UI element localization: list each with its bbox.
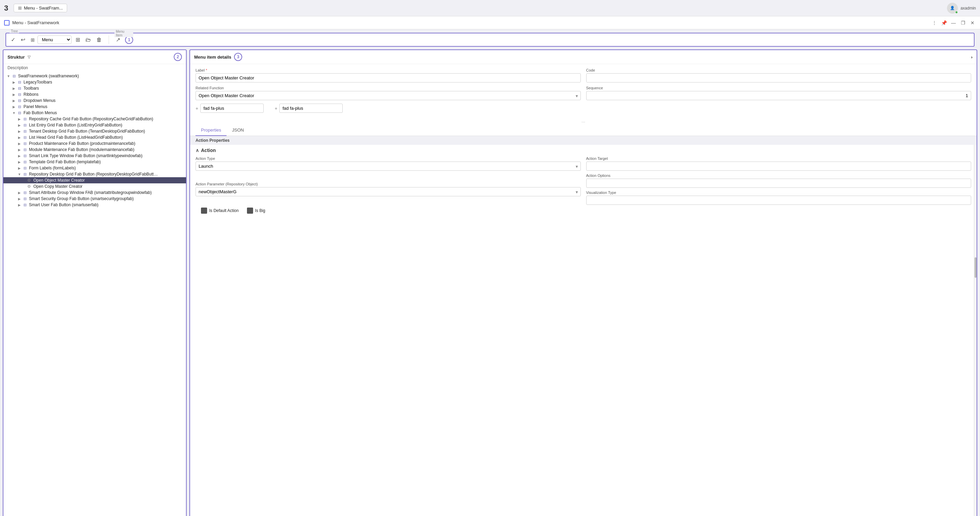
list-item[interactable]: ▶ ⊟ List Head Grid Fab Button (ListHeadG… bbox=[3, 134, 186, 140]
action-param-select[interactable]: newObjectMasterG bbox=[196, 187, 581, 196]
user-avatar[interactable]: 👤 bbox=[947, 3, 958, 14]
form-area: Label Code Related Function Open Object … bbox=[190, 64, 977, 117]
label-input[interactable] bbox=[196, 73, 581, 83]
list-item[interactable]: ▼ ⊟ SwatFramework (swatframework) bbox=[3, 73, 186, 79]
menu-item-section: Menu Item ↗ 1 bbox=[112, 36, 133, 44]
expand-icon bbox=[22, 184, 27, 189]
related-function-select[interactable]: Open Object Master Creator bbox=[196, 91, 581, 100]
is-big-checkbox[interactable] bbox=[247, 207, 253, 214]
is-big-label: Is Big bbox=[255, 208, 265, 213]
collapse-icon[interactable]: ∧ bbox=[196, 148, 199, 153]
active-tab[interactable]: ⊞ Menu - SwatFram... bbox=[14, 4, 67, 12]
expand-icon[interactable]: ▶ bbox=[17, 159, 22, 164]
tabs-bar: Properties JSON bbox=[190, 125, 977, 136]
window-title: Menu - SwatFramework bbox=[12, 20, 59, 25]
toolbar: Tree ✓ ↩ ⊞ Menu ⊞ 🗁 🗑 Menu Item ↗ 1 bbox=[5, 33, 975, 47]
icon-input-2[interactable] bbox=[279, 104, 343, 113]
folder-button[interactable]: 🗁 bbox=[84, 36, 92, 44]
list-item[interactable]: ▶ ⊟ List Entry Grid Fab Button (ListEntr… bbox=[3, 122, 186, 128]
minimize-btn[interactable]: — bbox=[950, 19, 957, 26]
list-item[interactable]: ▶ ⊟ Product Maintenance Fab Button (prod… bbox=[3, 140, 186, 147]
right-panel-expand[interactable]: › bbox=[971, 54, 972, 60]
delete-button[interactable]: 🗑 bbox=[95, 36, 103, 44]
action-type-select[interactable]: Launch bbox=[196, 162, 581, 171]
expand-icon[interactable]: ▶ bbox=[17, 129, 22, 134]
list-item[interactable]: ▶ ⊟ Repository Cache Grid Fab Button (Re… bbox=[3, 116, 186, 122]
expand-icon[interactable]: ▶ bbox=[17, 135, 22, 140]
expand-icon[interactable]: ▶ bbox=[17, 190, 22, 195]
tree-node-icon: ⊟ bbox=[22, 147, 28, 152]
list-item[interactable]: ▶ ⊟ LegacyToolbars bbox=[3, 79, 186, 85]
filter-icon[interactable]: ▽ bbox=[28, 55, 30, 59]
list-item[interactable]: ▶ ⊟ Ribbons bbox=[3, 91, 186, 97]
restore-btn[interactable]: ❐ bbox=[959, 19, 966, 26]
label-field-label: Label bbox=[196, 68, 581, 72]
expand-icon[interactable]: ▶ bbox=[11, 98, 16, 103]
tree-node-icon: ⊟ bbox=[22, 190, 28, 195]
action-param-label: Action Parameter (Repository Object) bbox=[196, 182, 581, 186]
is-default-action-item[interactable]: Is Default Action bbox=[201, 207, 239, 214]
expand-icon[interactable]: ▶ bbox=[11, 86, 16, 91]
icon-field-2: + bbox=[275, 104, 343, 113]
expand-icon[interactable]: ▶ bbox=[17, 153, 22, 158]
code-input[interactable] bbox=[586, 73, 972, 83]
list-item[interactable]: ⚙ Open Copy Master Creator bbox=[3, 183, 186, 190]
tree-node-icon: ⊟ bbox=[22, 172, 28, 177]
action-target-input[interactable] bbox=[586, 162, 972, 171]
action-options-group: Action Options bbox=[586, 174, 972, 188]
tab-json[interactable]: JSON bbox=[226, 125, 249, 136]
expand-icon[interactable]: ▶ bbox=[11, 104, 16, 109]
expand-icon[interactable]: ▼ bbox=[11, 110, 16, 115]
expand-icon[interactable]: ▼ bbox=[17, 172, 22, 177]
visualization-type-label: Visualization Type bbox=[586, 191, 972, 194]
sequence-input[interactable] bbox=[586, 91, 972, 100]
list-item[interactable]: ▶ ⊟ Tenant Desktop Grid Fab Button (Tena… bbox=[3, 128, 186, 134]
expand-icon[interactable]: ▶ bbox=[17, 202, 22, 207]
add-button[interactable]: ⊞ bbox=[74, 36, 81, 44]
is-big-item[interactable]: Is Big bbox=[247, 207, 265, 214]
expand-icon[interactable]: ▶ bbox=[17, 141, 22, 146]
menu-select[interactable]: Menu bbox=[37, 35, 72, 44]
list-item[interactable]: ▶ ⊟ Panel Menus bbox=[3, 104, 186, 110]
tree-node-icon: ⊟ bbox=[22, 153, 28, 158]
confirm-button[interactable]: ✓ bbox=[10, 36, 17, 44]
visualization-type-input[interactable] bbox=[586, 196, 972, 205]
list-item[interactable]: ▶ ⊟ Smart Attribute Group Window FAB (sm… bbox=[3, 190, 186, 196]
action-options-input[interactable] bbox=[586, 178, 972, 188]
list-item[interactable]: ▼ ⊟ Fab Button Menus bbox=[3, 110, 186, 116]
expand-icon[interactable]: ▶ bbox=[17, 166, 22, 170]
expand-icon[interactable]: ▶ bbox=[17, 147, 22, 152]
list-item-active[interactable]: ⚙ Open Object Master Creator bbox=[3, 177, 186, 183]
app-logo: 3 bbox=[4, 4, 8, 13]
list-item[interactable]: ▶ ⊟ Smart Link Type Window Fab Button (s… bbox=[3, 153, 186, 159]
expand-icon[interactable]: ▶ bbox=[11, 92, 16, 97]
is-default-action-checkbox[interactable] bbox=[201, 207, 207, 214]
expand-icon[interactable]: ▼ bbox=[6, 73, 11, 78]
expand-icon[interactable]: ▶ bbox=[17, 123, 22, 127]
menu-btn[interactable]: ⋮ bbox=[931, 19, 938, 26]
list-item[interactable]: ▶ ⊟ Smart User Fab Button (smartuserfab) bbox=[3, 202, 186, 208]
list-item[interactable]: ▶ ⊟ Smart Security Group Fab Button (sma… bbox=[3, 196, 186, 202]
expand-icon[interactable]: ▶ bbox=[17, 116, 22, 121]
list-item[interactable]: ▶ ⊟ Form Labels (formLabels) bbox=[3, 165, 186, 171]
tree-node-icon: ⊟ bbox=[22, 141, 28, 146]
scrollbar[interactable] bbox=[974, 145, 977, 516]
tree-node-icon: ⊟ bbox=[22, 123, 28, 127]
expand-icon[interactable]: ▶ bbox=[17, 196, 22, 201]
tree-container[interactable]: ▼ ⊟ SwatFramework (swatframework) ▶ ⊟ Le… bbox=[3, 72, 186, 516]
pin-btn[interactable]: 📌 bbox=[940, 19, 947, 26]
close-btn[interactable]: ✕ bbox=[969, 19, 976, 26]
tree-node-icon: ⊟ bbox=[16, 80, 22, 84]
list-item[interactable]: ▶ ⊟ Template Grid Fab Button (templatefa… bbox=[3, 159, 186, 165]
expand-icon[interactable]: ▶ bbox=[11, 80, 16, 84]
list-item[interactable]: ▼ ⊟ Repository Desktop Grid Fab Button (… bbox=[3, 171, 186, 177]
menu-item-details-title: Menu item details bbox=[194, 54, 231, 60]
list-item[interactable]: ▶ ⊟ Module Maintenance Fab Button (modul… bbox=[3, 147, 186, 153]
related-function-group: Related Function Open Object Master Crea… bbox=[196, 86, 581, 100]
icon-input-1[interactable] bbox=[200, 104, 264, 113]
list-item[interactable]: ▶ ⊟ Dropdown Menus bbox=[3, 97, 186, 104]
tab-properties[interactable]: Properties bbox=[196, 125, 226, 136]
undo-button[interactable]: ↩ bbox=[19, 36, 27, 44]
tree-label: Tree bbox=[10, 29, 19, 33]
list-item[interactable]: ▶ ⊟ Toolbars bbox=[3, 85, 186, 91]
